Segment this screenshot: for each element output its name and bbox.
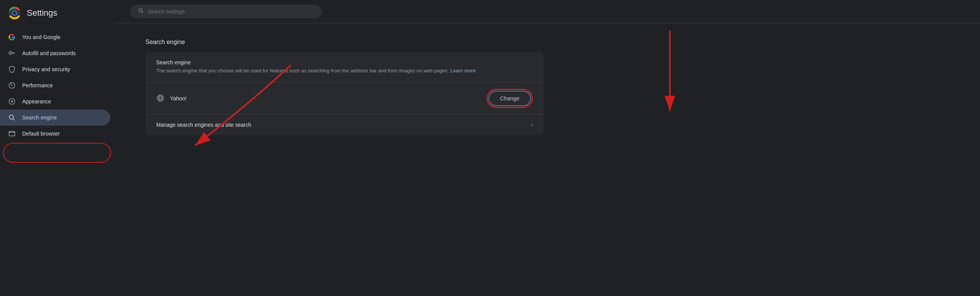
sidebar-item-label-appearance: Appearance <box>22 98 51 105</box>
manage-label: Manage search engines and site search <box>156 122 251 128</box>
sidebar-item-performance[interactable]: Performance <box>0 77 110 93</box>
sidebar-item-search-engine[interactable]: Search engine <box>0 110 110 126</box>
description-text: The search engine that you choose will b… <box>156 68 449 74</box>
sidebar-item-autofill[interactable]: Autofill and passwords <box>0 45 110 61</box>
appearance-icon <box>8 97 16 106</box>
settings-title: Settings <box>27 8 57 18</box>
performance-icon <box>8 81 16 90</box>
yahoo-label: Yahoo! <box>170 95 186 101</box>
search-engine-card: Search engine The search engine that you… <box>145 52 544 135</box>
learn-more-link[interactable]: Learn more <box>450 68 475 74</box>
card-row-title: Search engine <box>156 59 533 65</box>
sidebar-item-default-browser[interactable]: Default browser <box>0 126 110 142</box>
svg-point-10 <box>10 52 11 54</box>
chrome-logo-icon <box>8 6 21 20</box>
svg-point-8 <box>13 11 16 15</box>
yahoo-left: Yahoo! <box>156 94 186 103</box>
sidebar-item-label-search-engine: Search engine <box>22 114 57 121</box>
svg-point-12 <box>11 85 13 86</box>
chevron-right-icon: › <box>531 121 533 128</box>
sidebar-item-appearance[interactable]: Appearance <box>0 93 110 110</box>
yahoo-globe-icon <box>156 94 165 103</box>
yahoo-row: Yahoo! Change <box>145 83 544 114</box>
search-bar-icon <box>138 8 144 15</box>
google-icon <box>8 33 16 41</box>
sidebar-nav: You and Google Autofill and passwords Pr… <box>0 26 115 296</box>
sidebar-item-label-performance: Performance <box>22 82 53 88</box>
manage-row[interactable]: Manage search engines and site search › <box>145 114 544 135</box>
content-area: Search engine Search engine The search e… <box>115 23 574 154</box>
sidebar-item-you-and-google[interactable]: You and Google <box>0 29 110 45</box>
sidebar-header: Settings <box>0 0 115 26</box>
svg-point-14 <box>11 101 13 103</box>
search-settings-input[interactable] <box>148 8 314 15</box>
main-content: Search engine Search engine The search e… <box>115 0 980 296</box>
browser-icon <box>8 129 16 138</box>
sidebar-item-label-you-and-google: You and Google <box>22 34 60 40</box>
sidebar-item-label-privacy: Privacy and security <box>22 66 70 72</box>
search-icon <box>8 113 16 122</box>
card-row-desc: The search engine that you choose will b… <box>156 67 501 75</box>
card-row-info: Search engine The search engine that you… <box>156 59 533 75</box>
sidebar-item-privacy[interactable]: Privacy and security <box>0 61 110 77</box>
section-title: Search engine <box>145 39 544 46</box>
shield-icon <box>8 65 16 74</box>
topbar <box>115 0 980 23</box>
sidebar-item-label-default-browser: Default browser <box>22 131 60 137</box>
key-icon <box>8 49 16 57</box>
search-bar[interactable] <box>130 5 322 18</box>
sidebar: Settings You and Google <box>0 0 115 296</box>
search-engine-description-row: Search engine The search engine that you… <box>145 52 544 83</box>
sidebar-item-label-autofill: Autofill and passwords <box>22 50 76 56</box>
change-search-engine-button[interactable]: Change <box>488 91 531 106</box>
change-button-highlight: Change <box>487 89 533 108</box>
